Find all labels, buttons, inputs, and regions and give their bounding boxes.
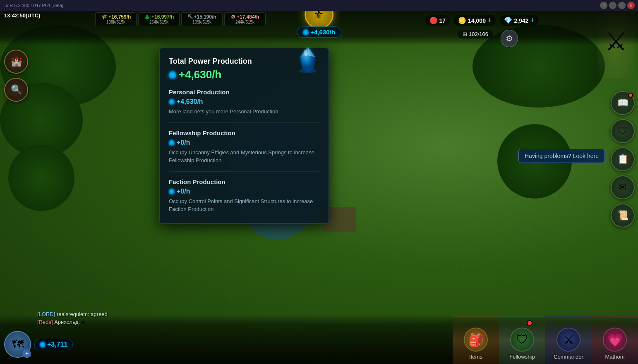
main-flame-icon [169,71,176,79]
troop-button[interactable]: 🛡 [611,119,635,143]
castle-button[interactable]: 🏰 [4,50,28,74]
title-bar: LotR 5.2.100.1047 P64 [Beta] ? — □ ✕ [0,0,638,11]
chat-text-1: agreed [91,311,107,317]
ore-storage: 244k/515k [235,20,254,24]
faction-section-title: Faction Production [169,178,319,185]
chat-message-1: [LORD] realsrequiem: agreed [37,311,203,317]
personal-flame-icon [169,99,175,105]
popup-title: Total Power Production [169,57,252,66]
help-button[interactable]: ? [600,2,607,9]
left-buttons: 🏰 🔍 [4,50,28,102]
window-controls: ? — □ ✕ [600,2,635,9]
production-popup: Total Power Production +4,630/h Personal… [159,48,329,224]
player-power-display: +3,711 [34,339,73,350]
chat-username-2: Арнхольд: + [54,319,84,325]
faction-section-rate: +0/h [169,188,319,195]
mathom-nav-label: Mathom [605,354,625,360]
player-power-area: 🗺 + +3,711 [4,331,73,358]
player-power-value: +3,711 [47,341,67,348]
fellowship-nav-icon: 🛡 [510,328,534,352]
grid-icon: ⊞ [463,31,467,37]
stone-storage: 109k/515k [192,20,211,24]
fire-currency-icon: 🔴 [429,17,438,24]
ore-rate: ⚙ +17,484/h [231,14,259,20]
currency-gold: 🪙 14,000 + [454,15,496,26]
player-avatar[interactable]: 🗺 + [4,331,31,358]
nav-fellowship-button[interactable]: 🛡 Fellowship [499,316,545,364]
resource-bars: 🌾 +16,759/h 108k/515k 🌲 +16,997/h 264k/5… [95,12,266,26]
mail-button[interactable]: ✉ [611,175,635,199]
nav-commander-button[interactable]: ⚔ Commander [545,316,592,364]
fellowship-section-title: Fellowship Production [169,129,319,136]
stone-rate: ⛏ +15,190/h [187,14,216,20]
crystal-decoration [291,44,324,77]
gem-add-button[interactable]: + [530,16,535,25]
fellowship-notification-dot [527,320,532,326]
fellowship-nav-label: Fellowship [509,354,535,360]
grid-counter: ⊞ 102/106 [458,30,493,38]
fellowship-rate-value: +0/h [177,139,190,146]
quest-notification-dot [628,93,633,98]
fire-currency-value: 17 [439,17,446,24]
gem-currency-value: 2,942 [514,17,528,24]
personal-production-section: Personal Production +4,630/h More land n… [169,89,319,123]
scroll-button[interactable]: 📜 [611,204,635,228]
help-tooltip-text: Having problems? Look here [525,153,599,159]
faction-production-section: Faction Production +0/h Occupy Control P… [169,178,319,213]
grid-count-value: 102/106 [469,31,488,37]
nav-mathom-button[interactable]: 💗 Mathom [592,316,638,364]
gold-add-button[interactable]: + [487,16,492,25]
mathom-nav-icon: 💗 [603,328,627,352]
currency-fire: 🔴 17 [425,15,450,26]
terrain-trees-left3 [8,145,74,211]
popup-main-rate-value: +4,630/h [179,68,221,81]
faction-flame-icon [169,189,175,194]
fellowship-section-desc: Occupy Uncanny Effigies and Mysterious S… [169,148,319,165]
wood-storage: 264k/515k [149,20,168,24]
gold-currency-value: 14,000 [468,17,486,24]
nav-items-button[interactable]: 🎒 Items [453,316,499,364]
gem-currency-icon: 💎 [504,17,512,24]
fellowship-production-section: Fellowship Production +0/h Occupy Uncann… [169,129,319,172]
fellowship-section-rate: +0/h [169,139,319,146]
chat-reds-tag: [Reds] [37,319,53,325]
personal-section-rate: +4,630/h [169,98,319,105]
maximize-button[interactable]: □ [618,2,626,9]
report-button[interactable]: 📋 [611,147,635,171]
personal-section-desc: More land nets you more Personal Product… [169,108,319,116]
chat-lord-tag: [LORD] [37,311,55,317]
search-button[interactable]: 🔍 [4,78,28,102]
personal-section-title: Personal Production [169,89,319,96]
faction-section-desc: Occupy Control Points and Significant St… [169,197,319,213]
power-flame-icon [303,29,309,35]
player-plus-button[interactable]: + [23,350,31,358]
power-rate-value: +4,630/h [310,29,335,36]
fellowship-flame-icon [169,140,175,146]
food-resource: 🌾 +16,759/h 108k/515k [95,12,137,26]
faction-rate-value: +0/h [177,188,190,195]
bottom-bar: 🗺 + +3,711 [LORD] realsrequiem: agreed [… [0,314,638,364]
power-display[interactable]: +4,630/h [297,26,341,38]
player-power-flame-icon [40,342,46,347]
personal-rate-value: +4,630/h [177,98,203,105]
food-storage: 108k/515k [106,20,125,24]
ore-resource: ⚙ +17,484/h 244k/515k [224,12,266,26]
stone-resource: ⛏ +15,190/h 109k/515k [181,12,223,26]
currency-gem: 💎 2,942 + [500,15,539,26]
food-rate: 🌾 +16,759/h [101,14,131,20]
items-nav-icon: 🎒 [464,328,488,352]
chat-area: [LORD] realsrequiem: agreed [Reds] Арнхо… [37,311,203,327]
time-display: 13:42:50(UTC) [4,12,40,19]
settings-button[interactable]: ⚙ [501,30,518,47]
bottom-nav: 🎒 Items 🛡 Fellowship ⚔ Commander 💗 Matho… [453,316,638,364]
commander-nav-label: Commander [554,354,583,360]
app-title: LotR 5.2.100.1047 P64 [Beta] [3,3,63,8]
chat-username-1: realsrequiem: [57,311,91,317]
right-buttons: 📖 🛡 📋 ✉ 📜 [611,91,635,228]
minimize-button[interactable]: — [609,2,616,9]
quest-book-button[interactable]: 📖 [611,91,635,115]
help-tooltip[interactable]: Having problems? Look here [518,149,605,163]
gold-currency-icon: 🪙 [458,17,466,24]
close-button[interactable]: ✕ [627,2,635,9]
chat-message-2: [Reds] Арнхольд: + [37,319,203,325]
